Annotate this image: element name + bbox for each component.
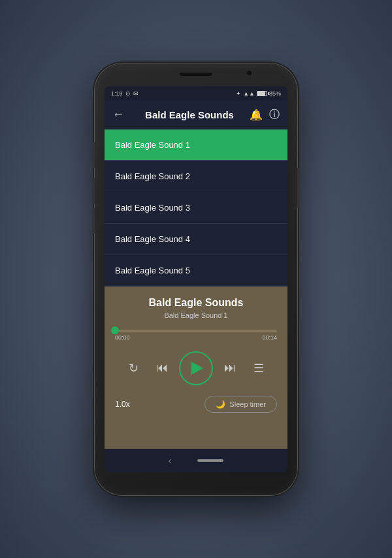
battery-fill (257, 92, 265, 96)
signal-icon: ▲▲ (243, 90, 255, 97)
player-title: Bald Eagle Sounds (149, 297, 244, 309)
progress-thumb (111, 326, 119, 334)
battery-percent: 85% (269, 90, 281, 97)
app-bar-title: Bald Eagle Sounds (129, 109, 250, 120)
progress-container: 00:00 00:14 (115, 330, 277, 341)
speed-indicator[interactable]: 1.0x (115, 400, 130, 409)
phone-screen: 1:19 ⊙ ✉ ✦ ▲▲ 85% ← Bald Eagle Sounds 🔔 … (105, 86, 287, 472)
nav-bar: ‹ (105, 449, 287, 472)
sound-item-3[interactable]: Bald Eagle Sound 3 (105, 192, 287, 224)
bell-button[interactable]: 🔔 (250, 109, 263, 121)
status-bar: 1:19 ⊙ ✉ ✦ ▲▲ 85% (105, 86, 287, 101)
sound-item-label-1: Bald Eagle Sound 1 (115, 140, 190, 150)
repeat-button[interactable]: ↻ (122, 357, 145, 380)
sound-item-label-2: Bald Eagle Sound 2 (115, 171, 190, 181)
sound-item-5[interactable]: Bald Eagle Sound 5 (105, 255, 287, 287)
total-time: 00:14 (262, 334, 277, 341)
player-controls: ↻ ⏮ ⏭ ☰ (115, 351, 277, 385)
prev-icon: ⏮ (156, 361, 168, 375)
phone-frame: 1:19 ⊙ ✉ ✦ ▲▲ 85% ← Bald Eagle Sounds 🔔 … (95, 63, 297, 495)
status-left: 1:19 ⊙ ✉ (111, 90, 139, 97)
camera (247, 71, 252, 75)
play-button[interactable] (179, 351, 213, 385)
sleep-timer-button[interactable]: 🌙 Sleep timer (204, 396, 277, 413)
next-icon: ⏭ (224, 361, 236, 375)
status-right: ✦ ▲▲ 85% (236, 90, 281, 97)
progress-times: 00:00 00:14 (115, 334, 277, 341)
sound-item-2[interactable]: Bald Eagle Sound 2 (105, 161, 287, 192)
current-time: 00:00 (115, 334, 130, 341)
sound-item-label-3: Bald Eagle Sound 3 (115, 203, 190, 213)
sound-item-1[interactable]: Bald Eagle Sound 1 (105, 130, 287, 161)
nav-home-indicator[interactable] (197, 459, 223, 462)
player-section: Bald Eagle Sounds Bald Eagle Sound 1 00:… (105, 287, 287, 449)
playlist-button[interactable]: ☰ (247, 357, 270, 380)
info-button[interactable]: ⓘ (269, 108, 280, 122)
back-button[interactable]: ← (112, 108, 124, 122)
bluetooth-icon: ✦ (236, 90, 241, 97)
sound-item-label-5: Bald Eagle Sound 5 (115, 266, 190, 275)
sound-item-4[interactable]: Bald Eagle Sound 4 (105, 224, 287, 255)
sound-list: Bald Eagle Sound 1 Bald Eagle Sound 2 Ba… (105, 130, 287, 287)
moon-icon: 🌙 (216, 400, 225, 409)
play-icon (191, 362, 203, 375)
earpiece (180, 73, 212, 76)
status-wifi: ⊙ (125, 90, 131, 97)
battery-icon (257, 91, 267, 96)
sleep-row: 1.0x 🌙 Sleep timer (115, 396, 277, 413)
sound-item-label-4: Bald Eagle Sound 4 (115, 234, 190, 244)
prev-button[interactable]: ⏮ (150, 357, 174, 380)
nav-back-button[interactable]: ‹ (169, 455, 172, 466)
status-msg: ✉ (133, 90, 139, 97)
next-button[interactable]: ⏭ (218, 357, 242, 380)
repeat-icon: ↻ (129, 361, 139, 375)
progress-track[interactable] (115, 330, 277, 332)
player-subtitle: Bald Eagle Sound 1 (164, 311, 227, 319)
app-bar-icons: 🔔 ⓘ (250, 108, 280, 122)
sleep-timer-label: Sleep timer (229, 400, 266, 408)
playlist-icon: ☰ (253, 361, 264, 375)
app-bar: ← Bald Eagle Sounds 🔔 ⓘ (105, 101, 287, 130)
status-time: 1:19 (111, 90, 123, 97)
